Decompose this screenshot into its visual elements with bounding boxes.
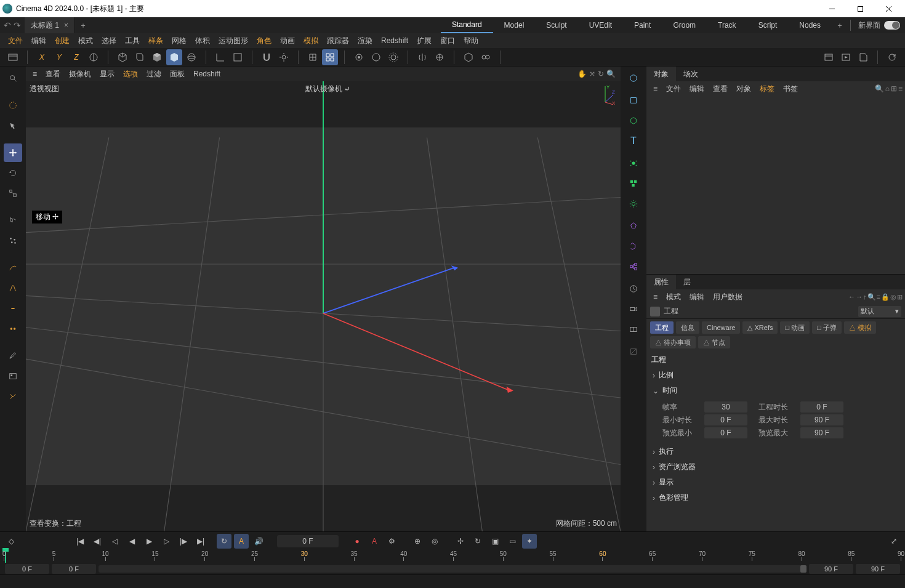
- axis-x-button[interactable]: X: [34, 49, 50, 65]
- objmgr-icon-2[interactable]: ⊞: [891, 84, 897, 93]
- spline-pen-icon[interactable]: [4, 259, 22, 277]
- attr-menu-2[interactable]: 编辑: [685, 292, 709, 302]
- key-pos-icon[interactable]: ⊕: [410, 534, 425, 549]
- menu-帮助[interactable]: 帮助: [459, 33, 483, 48]
- sound-icon[interactable]: 🔊: [251, 534, 266, 549]
- timeline-expand-icon[interactable]: ⤢: [887, 534, 901, 549]
- attr-tab-层[interactable]: 层: [676, 275, 698, 289]
- attr-btn2-1[interactable]: △ 节点: [698, 336, 730, 348]
- record-icon[interactable]: ●: [350, 534, 364, 549]
- gear-mode-icon[interactable]: [624, 195, 643, 213]
- window-minimize-button[interactable]: [818, 0, 846, 17]
- goto-prevkey-icon[interactable]: ◀|: [90, 534, 105, 549]
- key-settings-icon[interactable]: ⚙: [384, 534, 399, 549]
- objmgr-icon-3[interactable]: ≡: [898, 84, 903, 93]
- play-forward-icon[interactable]: ▶: [142, 534, 156, 549]
- attr-btn-3[interactable]: △ XRefs: [742, 321, 778, 334]
- snap-settings-icon[interactable]: [276, 49, 292, 65]
- attr-icon-5[interactable]: 🔒: [881, 293, 890, 301]
- knife-tool-icon[interactable]: [4, 299, 22, 318]
- model-mode-icon[interactable]: [624, 69, 643, 87]
- object-manager-body[interactable]: [646, 96, 905, 275]
- render-settings-icon[interactable]: [385, 49, 401, 65]
- grid-snap-icon[interactable]: [305, 49, 321, 65]
- workplane-icon[interactable]: [230, 49, 246, 65]
- attr-icon-4[interactable]: ≡: [877, 293, 880, 300]
- vpmenu-7[interactable]: Redshift: [189, 66, 225, 81]
- place-tool-icon[interactable]: [4, 211, 22, 230]
- key-psr-icon[interactable]: ✢: [453, 534, 468, 549]
- menu-体积[interactable]: 体积: [191, 33, 214, 48]
- menu-扩展[interactable]: 扩展: [412, 33, 436, 48]
- light-mode-icon[interactable]: [624, 320, 643, 339]
- attribute-mode-dropdown[interactable]: 默认▾: [858, 306, 901, 317]
- play-rect-icon[interactable]: [838, 49, 854, 65]
- menu-选择[interactable]: 选择: [97, 33, 121, 48]
- goto-nextkey-icon[interactable]: |▶: [176, 534, 191, 549]
- vpmenu-3[interactable]: 显示: [95, 66, 119, 81]
- primitive-cube-shaded-icon[interactable]: [149, 49, 165, 65]
- range-end-b[interactable]: 90 F: [856, 564, 900, 574]
- menu-工具[interactable]: 工具: [121, 33, 144, 48]
- arrow-tool-icon[interactable]: [4, 116, 22, 135]
- objmgr-menu-5[interactable]: 标签: [755, 81, 779, 96]
- select-circle-tool-icon[interactable]: [4, 96, 22, 115]
- vp-nav-icon-1[interactable]: ⤧: [589, 70, 595, 78]
- autokey-icon[interactable]: A: [234, 534, 249, 549]
- menu-样条[interactable]: 样条: [144, 33, 167, 48]
- attr-icon-1[interactable]: →: [856, 293, 863, 300]
- attr-btn-1[interactable]: 信息: [676, 321, 699, 334]
- projlen-value[interactable]: 0 F: [800, 401, 843, 413]
- loop-icon[interactable]: ↻: [217, 534, 231, 549]
- primitive-sphere-icon[interactable]: [183, 49, 199, 65]
- menu-网格[interactable]: 网格: [167, 33, 191, 48]
- layout-tab-model[interactable]: Model: [493, 17, 536, 33]
- next-frame-icon[interactable]: ▷: [159, 534, 174, 549]
- scale-tool-icon[interactable]: [4, 184, 22, 203]
- layout-tab-script[interactable]: Script: [747, 17, 789, 33]
- attr-menu-3[interactable]: 用户数据: [709, 292, 747, 302]
- brush-tool-icon[interactable]: [4, 347, 22, 365]
- history-undo-button[interactable]: ↶: [4, 20, 11, 30]
- attr-btn-4[interactable]: □ 动画: [780, 321, 810, 334]
- viewport[interactable]: 透视视图 默认摄像机 ⤾ Y Z X 移动 ✢ 查看变换：工程 网格间距：500…: [26, 81, 621, 531]
- primitive-cube-outline-icon[interactable]: [115, 49, 131, 65]
- render-pv-icon[interactable]: [368, 49, 384, 65]
- key-wand-icon[interactable]: ✦: [522, 534, 537, 549]
- layout-tab-uvedit[interactable]: UVEdit: [578, 17, 623, 33]
- attr-fold-display[interactable]: 显示: [646, 475, 905, 490]
- primitive-cube-solid-icon[interactable]: [166, 49, 182, 65]
- cube-mode-icon[interactable]: [624, 111, 643, 130]
- poly-mode-icon[interactable]: [624, 91, 643, 110]
- goto-end-icon[interactable]: ▶|: [193, 534, 208, 549]
- objmgr-tab-场次[interactable]: 场次: [676, 66, 706, 81]
- objmgr-tab-对象[interactable]: 对象: [646, 66, 676, 81]
- attr-btn2-0[interactable]: △ 待办事项: [650, 336, 696, 348]
- search-tool-icon[interactable]: [4, 69, 22, 87]
- layout-tab-paint[interactable]: Paint: [623, 17, 662, 33]
- movie-icon[interactable]: [821, 49, 837, 65]
- attr-fold-color[interactable]: 色彩管理: [646, 490, 905, 505]
- text-mode-icon[interactable]: T: [624, 132, 643, 150]
- objmgr-icon-0[interactable]: 🔍: [875, 84, 884, 93]
- attr-icon-3[interactable]: 🔍: [867, 293, 876, 301]
- deformer-mode-icon[interactable]: [624, 217, 643, 235]
- menu-窗口[interactable]: 窗口: [436, 33, 459, 48]
- shape-chain-icon[interactable]: [478, 49, 494, 65]
- attr-icon-6[interactable]: ◎: [890, 293, 896, 301]
- objmgr-menu-2[interactable]: 编辑: [685, 81, 709, 96]
- menu-模拟[interactable]: 模拟: [299, 33, 323, 48]
- vpmenu-6[interactable]: 面板: [166, 66, 189, 81]
- viewport-axis-gizmo[interactable]: Y Z X: [595, 84, 616, 106]
- save-icon[interactable]: [855, 49, 871, 65]
- menu-动画[interactable]: 动画: [276, 33, 299, 48]
- coord-sys-button[interactable]: [86, 49, 102, 65]
- primitive-cube-wire-icon[interactable]: [132, 49, 148, 65]
- menu-跟踪器[interactable]: 跟踪器: [323, 33, 353, 48]
- quantize-icon[interactable]: [322, 49, 338, 65]
- attr-fold-exec[interactable]: 执行: [646, 444, 905, 459]
- key-scale-icon[interactable]: ↻: [470, 534, 485, 549]
- scatter-tool-icon[interactable]: [4, 232, 22, 250]
- objmgr-menu-4[interactable]: 对象: [732, 81, 755, 96]
- vp-nav-icon-2[interactable]: ↻: [598, 70, 604, 78]
